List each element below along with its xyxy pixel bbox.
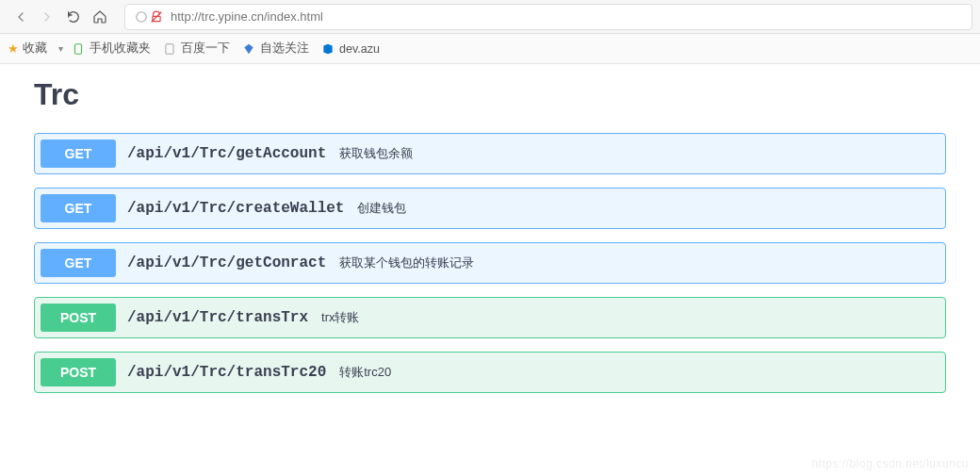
bookmark-watchlist[interactable]: 自选关注 [241,41,309,57]
bookmark-mobile-favorites[interactable]: 手机收藏夹 [71,41,151,57]
azure-icon [320,41,335,57]
bookmarks-bar: ★ 收藏 ▾ 手机收藏夹 百度一下 自选关注 dev.azu [0,34,980,64]
browser-toolbar: http://trc.ypine.cn/index.html [0,0,980,34]
endpoint-description: 创建钱包 [357,200,406,217]
endpoint-description: trx转账 [321,309,359,326]
forward-button[interactable] [34,4,60,30]
home-button[interactable] [87,4,113,30]
mobile-icon [71,41,86,57]
svg-rect-4 [166,43,173,54]
endpoint-description: 转账trc20 [339,364,391,381]
chevron-right-icon [40,9,55,25]
http-method-badge: GET [41,194,116,222]
url-text: http://trc.ypine.cn/index.html [171,9,323,24]
bookmark-label: 自选关注 [260,41,309,57]
page-title: Trc [34,77,946,112]
bookmark-label: 手机收藏夹 [90,41,151,57]
site-security-icon [135,10,163,24]
address-bar[interactable]: http://trc.ypine.cn/index.html [124,4,972,30]
chevron-left-icon [13,9,28,25]
bookmark-devazure[interactable]: dev.azu [320,41,380,57]
endpoint-row[interactable]: POST/api/v1/Trc/transTrxtrx转账 [34,297,946,338]
svg-point-0 [137,11,147,22]
reload-icon [66,9,81,25]
endpoint-path: /api/v1/Trc/transTrx [127,309,308,326]
page-content: Trc GET/api/v1/Trc/getAccount获取钱包余额GET/a… [0,64,980,393]
page-icon [162,41,177,57]
endpoint-row[interactable]: GET/api/v1/Trc/createWallet创建钱包 [34,188,946,229]
endpoint-row[interactable]: GET/api/v1/Trc/getAccount获取钱包余额 [34,133,946,174]
endpoint-description: 获取钱包余额 [339,145,413,162]
dropdown-icon: ▾ [58,43,63,54]
reload-button[interactable] [60,4,87,30]
bookmark-baidu[interactable]: 百度一下 [162,41,230,57]
http-method-badge: GET [41,249,116,277]
endpoint-path: /api/v1/Trc/getConract [127,254,326,271]
bookmark-label: dev.azu [339,42,380,56]
http-method-badge: POST [41,304,116,332]
endpoint-path: /api/v1/Trc/transTrc20 [127,364,326,381]
favorites-label: 收藏 [23,41,47,57]
favorites-menu[interactable]: ★ 收藏 [8,41,47,57]
watermark: https://blog.csdn.net/luxuncu [811,457,969,470]
endpoints-list: GET/api/v1/Trc/getAccount获取钱包余额GET/api/v… [34,133,946,393]
home-icon [92,9,107,25]
back-button[interactable] [8,4,34,30]
star-icon: ★ [8,41,19,56]
svg-rect-3 [75,43,82,54]
http-method-badge: POST [41,358,116,386]
endpoint-path: /api/v1/Trc/createWallet [127,200,344,217]
endpoint-row[interactable]: POST/api/v1/Trc/transTrc20转账trc20 [34,352,946,393]
diamond-icon [241,41,256,57]
endpoint-path: /api/v1/Trc/getAccount [127,145,326,162]
endpoint-description: 获取某个钱包的转账记录 [339,254,474,271]
endpoint-row[interactable]: GET/api/v1/Trc/getConract获取某个钱包的转账记录 [34,242,946,284]
bookmark-label: 百度一下 [181,41,230,57]
http-method-badge: GET [41,140,116,168]
